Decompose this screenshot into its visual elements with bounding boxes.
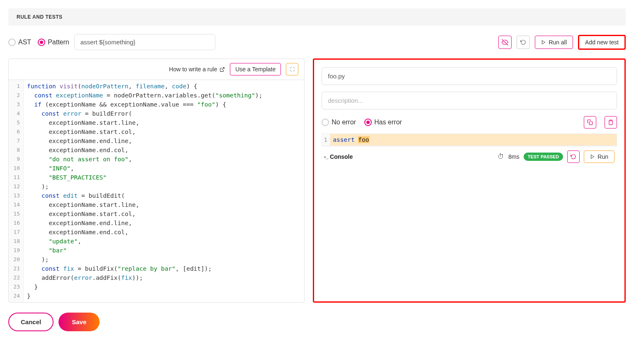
test-code-editor[interactable]: 1 assert foo — [322, 133, 617, 146]
rerun-test-button[interactable] — [567, 150, 580, 163]
section-header: RULE AND TESTS — [8, 8, 626, 26]
delete-test-button[interactable] — [605, 116, 617, 129]
test-status-badge: TEST PASSED — [524, 153, 563, 161]
error-mode-row: No error Has error — [322, 116, 617, 129]
mode-pattern-radio[interactable]: Pattern — [38, 39, 69, 46]
external-link-icon — [219, 67, 225, 72]
test-duration: 8ms — [508, 153, 519, 160]
play-icon — [541, 40, 546, 45]
main-content-row: How to write a rule Use a Template ⛶ 123… — [8, 58, 626, 303]
code-editor[interactable]: 123456789101112131415161718192021222324 … — [9, 80, 304, 302]
code-body[interactable]: function visit(nodeOrPattern, filename, … — [24, 80, 304, 302]
expand-editor-button[interactable]: ⛶ — [286, 63, 298, 75]
radio-label: AST — [18, 39, 31, 46]
top-controls-row: AST Pattern Run all Add new test — [8, 34, 626, 50]
pattern-input[interactable] — [74, 34, 215, 50]
use-template-button[interactable]: Use a Template — [230, 63, 281, 75]
timer-icon: ⏱ — [497, 153, 504, 160]
run-test-button[interactable]: Run — [584, 150, 614, 163]
refresh-icon — [520, 39, 526, 45]
chevron-right-icon: ›_ — [324, 154, 328, 159]
no-error-radio[interactable]: No error — [322, 119, 356, 126]
eye-off-icon — [502, 39, 508, 46]
error-radio-group: No error Has error — [322, 119, 575, 126]
radio-label: Pattern — [48, 39, 69, 46]
copy-icon — [587, 119, 593, 125]
play-icon — [590, 154, 595, 159]
radio-icon — [322, 119, 329, 126]
mode-radio-group: AST Pattern — [8, 39, 69, 46]
visibility-toggle-button[interactable] — [498, 36, 512, 49]
add-new-test-button[interactable]: Add new test — [578, 35, 626, 50]
cancel-button[interactable]: Cancel — [8, 313, 54, 331]
button-label: Run all — [549, 39, 567, 46]
radio-icon — [38, 39, 45, 46]
copy-test-button[interactable] — [584, 116, 596, 129]
howto-link[interactable]: How to write a rule — [169, 66, 225, 73]
console-toggle[interactable]: ›_ Console — [324, 153, 493, 160]
console-label-text: Console — [330, 153, 353, 160]
test-code-line[interactable]: assert foo — [330, 134, 617, 146]
run-all-button[interactable]: Run all — [535, 36, 573, 49]
refresh-icon — [571, 154, 576, 160]
expand-icon: ⛶ — [290, 67, 295, 72]
radio-label: Has error — [374, 119, 402, 126]
radio-icon — [364, 119, 372, 126]
test-description-input[interactable] — [322, 92, 617, 109]
test-pane: No error Has error 1 assert foo ›_ Conso… — [313, 58, 626, 303]
radio-icon — [8, 39, 16, 46]
mode-ast-radio[interactable]: AST — [8, 39, 31, 46]
test-filename-input[interactable] — [322, 67, 617, 85]
footer-buttons: Cancel Save — [8, 313, 626, 331]
svg-marker-2 — [591, 155, 594, 159]
line-number: 1 — [322, 134, 330, 146]
has-error-radio[interactable]: Has error — [364, 119, 402, 126]
link-label: How to write a rule — [169, 66, 217, 73]
line-number-gutter: 123456789101112131415161718192021222324 — [9, 80, 24, 302]
svg-rect-1 — [589, 121, 593, 125]
rule-editor-pane: How to write a rule Use a Template ⛶ 123… — [8, 58, 305, 303]
console-row: ›_ Console ⏱ 8ms TEST PASSED Run — [322, 146, 617, 167]
button-label: Run — [597, 153, 608, 160]
save-button[interactable]: Save — [59, 313, 100, 331]
radio-label: No error — [332, 119, 356, 126]
refresh-button[interactable] — [517, 36, 530, 49]
svg-marker-0 — [542, 40, 545, 44]
trash-icon — [608, 119, 614, 125]
editor-toolbar: How to write a rule Use a Template ⛶ — [9, 59, 304, 80]
